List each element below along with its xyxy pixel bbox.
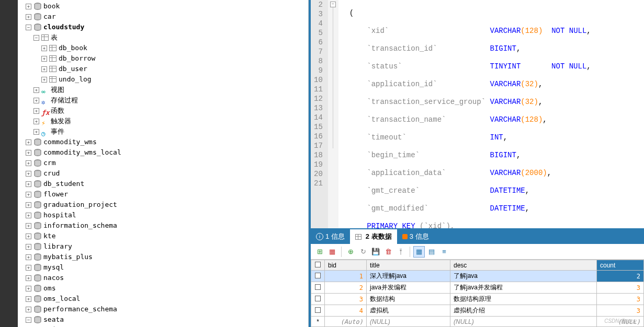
expand-icon[interactable]: + — [41, 56, 47, 62]
data-grid[interactable]: bid title desc count 1深入理解java了解java22ja… — [311, 260, 644, 327]
expand-icon[interactable]: + — [26, 192, 31, 197]
cell-bid[interactable]: 3 — [325, 294, 367, 305]
tab-table-data[interactable]: 2 表数据 — [350, 229, 397, 244]
tree-tables-folder[interactable]: −表 — [18, 32, 308, 43]
fold-column[interactable]: − — [328, 0, 338, 228]
col-count[interactable]: count — [597, 260, 644, 271]
expand-icon[interactable]: + — [26, 181, 31, 187]
cell-count[interactable]: 3 — [597, 305, 644, 317]
tree-db-flower[interactable]: +flower — [18, 189, 308, 200]
tree-table-db_user[interactable]: +db_user — [18, 64, 308, 74]
expand-icon[interactable]: + — [33, 129, 39, 135]
fold-toggle-icon[interactable]: − — [330, 2, 336, 7]
tree-db-cloudstudy[interactable]: −cloudstudy — [18, 22, 308, 32]
table-row[interactable]: 1深入理解java了解java2 — [311, 271, 644, 282]
tree-table-db_borrow[interactable]: +db_borrow — [18, 53, 308, 64]
cell-desc[interactable]: (NULL) — [450, 317, 597, 327]
cell-title[interactable]: java并发编程 — [367, 282, 450, 294]
table-row-new[interactable]: *(Auto)(NULL)(NULL)(NULL) — [311, 317, 644, 327]
sql-editor[interactable]: 23456789101112131415161718192021 − ( `xi… — [311, 0, 644, 228]
expand-icon[interactable]: + — [26, 139, 31, 145]
tree-db-information_schema[interactable]: +information_schema — [18, 220, 308, 231]
checkbox-icon[interactable] — [315, 273, 321, 278]
tree-events[interactable]: +◷事件 — [18, 126, 308, 137]
save-button[interactable]: 💾 — [370, 246, 381, 258]
tree-db-kte[interactable]: +kte — [18, 231, 308, 241]
text-view-button[interactable]: ≡ — [438, 246, 450, 258]
cell-desc[interactable]: 了解java — [450, 271, 597, 282]
checkbox-icon[interactable] — [315, 284, 321, 290]
refresh-button[interactable]: ↻ — [357, 246, 369, 258]
cell-desc[interactable]: 数据结构原理 — [450, 294, 597, 305]
collapse-icon[interactable]: − — [26, 317, 31, 323]
grid-view-button[interactable]: ▦ — [413, 246, 425, 258]
table-row[interactable]: 4虚拟机虚拟机介绍3 — [311, 305, 644, 317]
expand-icon[interactable]: + — [26, 223, 31, 229]
select-all-header[interactable] — [311, 260, 325, 271]
expand-icon[interactable]: + — [26, 233, 31, 239]
checkbox-icon[interactable] — [315, 307, 321, 313]
collapse-icon[interactable]: − — [33, 35, 39, 41]
tree-db-oms[interactable]: +oms — [18, 283, 308, 294]
tree-table-undo_log[interactable]: +undo_log — [18, 74, 308, 85]
expand-icon[interactable]: + — [26, 275, 31, 281]
expand-icon[interactable]: + — [33, 98, 39, 103]
cell-count[interactable]: 3 — [597, 294, 644, 305]
expand-icon[interactable]: + — [33, 108, 39, 114]
cell-title[interactable]: 深入理解java — [367, 271, 450, 282]
tree-db-seata[interactable]: −seata — [18, 314, 308, 325]
table-row[interactable]: 3数据结构数据结构原理3 — [311, 294, 644, 305]
cell-title[interactable]: 数据结构 — [367, 294, 450, 305]
cell-bid[interactable]: 2 — [325, 282, 367, 294]
expand-icon[interactable]: + — [26, 244, 31, 250]
tab-info[interactable]: i1 信息 — [311, 229, 350, 244]
database-tree[interactable]: +book +car −cloudstudy −表 +db_book +db_b… — [18, 0, 309, 327]
expand-icon[interactable]: + — [26, 150, 31, 156]
tree-db-oms_local[interactable]: +oms_local — [18, 294, 308, 304]
expand-icon[interactable]: + — [41, 66, 47, 72]
col-bid[interactable]: bid — [325, 260, 367, 271]
expand-icon[interactable]: + — [26, 286, 31, 291]
expand-icon[interactable]: + — [26, 202, 31, 208]
expand-icon[interactable]: + — [26, 14, 31, 20]
tree-funcs[interactable]: +ƒx函数 — [18, 106, 308, 116]
expand-icon[interactable]: + — [26, 4, 31, 9]
expand-icon[interactable]: + — [33, 119, 39, 124]
cell-title[interactable]: 虚拟机 — [367, 305, 450, 317]
tree-db-commodity_wms[interactable]: +commodity_wms — [18, 137, 308, 147]
col-desc[interactable]: desc — [450, 260, 597, 271]
checkbox-icon[interactable] — [315, 262, 321, 267]
tree-db-commodity_wms_local[interactable]: +commodity_wms_local — [18, 147, 308, 158]
delete-button[interactable]: 🗑 — [382, 246, 394, 258]
expand-icon[interactable]: + — [26, 160, 31, 166]
col-title[interactable]: title — [367, 260, 450, 271]
tree-db-crm[interactable]: +crm — [18, 158, 308, 168]
tree-db-hospital[interactable]: +hospital — [18, 210, 308, 220]
filter-button[interactable]: ▦ — [326, 246, 338, 258]
expand-icon[interactable]: + — [26, 254, 31, 260]
export-button[interactable]: ⭱ — [395, 246, 406, 258]
cell-count[interactable]: 3 — [597, 282, 644, 294]
expand-icon[interactable]: + — [26, 171, 31, 177]
tree-procs[interactable]: +✲存储过程 — [18, 95, 308, 106]
expand-icon[interactable]: + — [33, 87, 39, 93]
tree-db-graduation_project[interactable]: +graduation_project — [18, 200, 308, 210]
tree-views[interactable]: +∞视图 — [18, 85, 308, 95]
code-area[interactable]: ( `xid` VARCHAR(128) NOT NULL, `transact… — [338, 0, 644, 228]
checkbox-icon[interactable] — [315, 296, 321, 301]
tree-db-nacos[interactable]: +nacos — [18, 273, 308, 283]
tree-db-library[interactable]: +library — [18, 241, 308, 252]
tab-info3[interactable]: 3 信息 — [397, 229, 434, 244]
expand-icon[interactable]: + — [26, 213, 31, 218]
tree-db-crud[interactable]: +crud — [18, 168, 308, 179]
table-row[interactable]: 2java并发编程了解java并发编程3 — [311, 282, 644, 294]
cell-title[interactable]: (NULL) — [367, 317, 450, 327]
expand-icon[interactable]: + — [26, 265, 31, 271]
cell-bid[interactable]: 1 — [325, 271, 367, 282]
expand-icon[interactable]: + — [26, 296, 31, 302]
tree-db-performance_schema[interactable]: +performance_schema — [18, 304, 308, 314]
cell-desc[interactable]: 了解java并发编程 — [450, 282, 597, 294]
cell-desc[interactable]: 虚拟机介绍 — [450, 305, 597, 317]
expand-icon[interactable]: + — [41, 45, 47, 51]
expand-icon[interactable]: + — [41, 77, 47, 83]
